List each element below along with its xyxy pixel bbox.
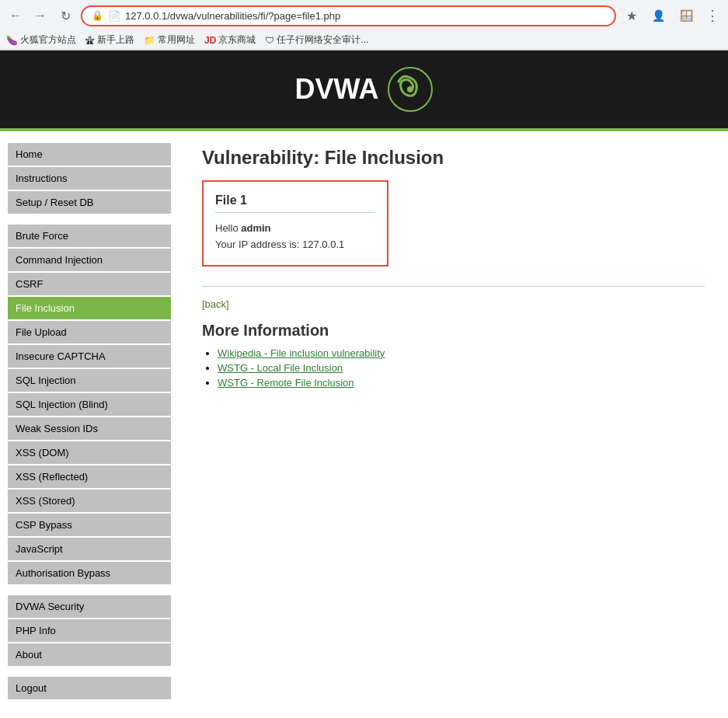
list-item: WSTG - Remote File Inclusion — [218, 377, 705, 389]
bookmark-jd[interactable]: JD 京东商城 — [204, 33, 256, 47]
sidebar-item-instructions[interactable]: Instructions — [8, 167, 171, 190]
page-icon: 📄 — [108, 10, 120, 22]
page-title: Vulnerability: File Inclusion — [202, 147, 705, 169]
jd-icon: JD — [204, 35, 216, 46]
content-divider — [202, 286, 705, 287]
bookmarks-bar: 🍆 火狐官方站点 🛣 新手上路 📁 常用网址 JD 京东商城 🛡 任子行网络安全… — [0, 31, 728, 50]
dvwa-logo: DVWA — [295, 66, 434, 113]
sidebar-item-command-injection[interactable]: Command Injection — [8, 249, 171, 271]
forward-button[interactable]: → — [31, 6, 50, 25]
sidebar: Home Instructions Setup / Reset DB Brute… — [0, 131, 179, 713]
wstg-local-link[interactable]: WSTG - Local File Inclusion — [218, 362, 343, 374]
sidebar-item-about[interactable]: About — [8, 643, 171, 666]
sidebar-item-xss-reflected[interactable]: XSS (Reflected) — [8, 465, 171, 488]
sidebar-item-weak-session-ids[interactable]: Weak Session IDs — [8, 417, 171, 440]
dvwa-logo-icon — [387, 66, 434, 113]
url-input[interactable] — [125, 10, 605, 22]
wstg-remote-link[interactable]: WSTG - Remote File Inclusion — [218, 377, 354, 389]
back-link-container: [back] — [202, 298, 705, 310]
lock-icon: 🔒 — [92, 10, 103, 21]
bookmark-security[interactable]: 🛡 任子行网络安全审计... — [265, 33, 368, 47]
more-info-title: More Information — [202, 322, 705, 340]
more-info-list: Wikipedia - File inclusion vulnerability… — [202, 347, 705, 389]
browser-toolbar: ← → ↻ 🔒 📄 ★ 👤 🪟 ⋮ — [0, 0, 728, 31]
ip-text: Your IP address is: 127.0.0.1 — [215, 237, 375, 253]
sidebar-item-home[interactable]: Home — [8, 143, 171, 166]
file-inclusion-box: File 1 Hello admin Your IP address is: 1… — [202, 180, 388, 267]
sidebar-item-setup[interactable]: Setup / Reset DB — [8, 191, 171, 214]
hello-text: Hello — [215, 222, 241, 234]
sidebar-item-sql-injection[interactable]: SQL Injection — [8, 369, 171, 392]
content-area: Vulnerability: File Inclusion File 1 Hel… — [179, 131, 728, 713]
fox-icon: 🍆 — [6, 35, 18, 46]
bookmark-button[interactable]: ★ — [622, 6, 641, 25]
back-link[interactable]: [back] — [202, 298, 229, 310]
sidebar-item-dvwa-security[interactable]: DVWA Security — [8, 595, 171, 618]
sidebar-item-file-inclusion[interactable]: File Inclusion — [8, 297, 171, 319]
wikipedia-link[interactable]: Wikipedia - File inclusion vulnerability — [218, 347, 385, 359]
bookmark-foxofficial[interactable]: 🍆 火狐官方站点 — [6, 33, 76, 47]
sidebar-item-sql-injection-blind[interactable]: SQL Injection (Blind) — [8, 393, 171, 416]
menu-button[interactable]: ⋮ — [703, 6, 722, 25]
bookmark-newuser[interactable]: 🛣 新手上路 — [85, 33, 134, 47]
extensions-button[interactable]: 🪟 — [675, 5, 697, 26]
road-icon: 🛣 — [85, 35, 95, 46]
bookmark-common[interactable]: 📁 常用网址 — [144, 33, 195, 47]
dvwa-page: DVWA Home Instructions Setup / Reset DB … — [0, 51, 728, 718]
back-button[interactable]: ← — [6, 6, 25, 25]
list-item: WSTG - Local File Inclusion — [218, 362, 705, 374]
sidebar-item-logout[interactable]: Logout — [8, 677, 171, 699]
refresh-button[interactable]: ↻ — [56, 6, 75, 25]
sidebar-item-authorisation-bypass[interactable]: Authorisation Bypass — [8, 562, 171, 584]
folder-icon: 📁 — [144, 35, 155, 46]
sidebar-item-javascript[interactable]: JavaScript — [8, 538, 171, 560]
svg-point-1 — [407, 86, 413, 92]
sidebar-item-php-info[interactable]: PHP Info — [8, 619, 171, 642]
username-text: admin — [241, 222, 270, 234]
sidebar-item-csrf[interactable]: CSRF — [8, 273, 171, 295]
sidebar-item-insecure-captcha[interactable]: Insecure CAPTCHA — [8, 345, 171, 368]
profile-button[interactable]: 👤 — [647, 5, 669, 26]
file-box-content: Hello admin Your IP address is: 127.0.0.… — [215, 221, 375, 253]
shield-icon: 🛡 — [265, 35, 274, 46]
address-bar: 🔒 📄 — [81, 5, 616, 26]
sidebar-item-xss-stored[interactable]: XSS (Stored) — [8, 490, 171, 512]
sidebar-item-file-upload[interactable]: File Upload — [8, 321, 171, 343]
dvwa-body: Home Instructions Setup / Reset DB Brute… — [0, 131, 728, 713]
dvwa-header: DVWA — [0, 51, 728, 131]
sidebar-item-brute-force[interactable]: Brute Force — [8, 225, 171, 247]
browser-chrome: ← → ↻ 🔒 📄 ★ 👤 🪟 ⋮ 🍆 火狐官方站点 🛣 新手上路 📁 常用网址… — [0, 0, 728, 51]
dvwa-logo-text: DVWA — [295, 73, 379, 106]
sidebar-item-csp-bypass[interactable]: CSP Bypass — [8, 514, 171, 536]
file-box-title: File 1 — [215, 193, 375, 213]
sidebar-item-xss-dom[interactable]: XSS (DOM) — [8, 441, 171, 464]
list-item: Wikipedia - File inclusion vulnerability — [218, 347, 705, 359]
